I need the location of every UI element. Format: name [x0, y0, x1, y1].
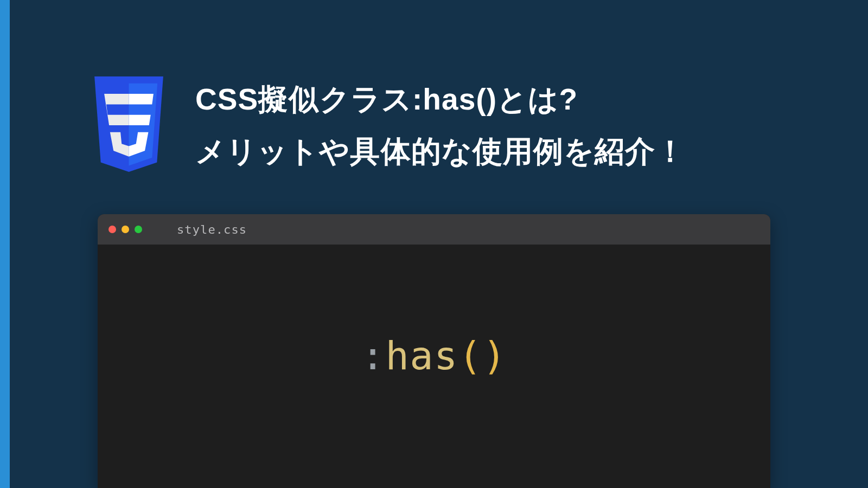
- title-line-1: CSS擬似クラス:has()とは?: [195, 73, 686, 125]
- token-close-paren: ): [483, 333, 507, 378]
- editor-body: :has(): [98, 245, 770, 488]
- title-line-2: メリットや具体的な使用例を紹介！: [195, 125, 686, 177]
- page-header: CSS擬似クラス:has()とは? メリットや具体的な使用例を紹介！: [87, 73, 803, 178]
- token-open-paren: (: [458, 333, 483, 378]
- svg-marker-4: [129, 94, 154, 104]
- editor-filename: style.css: [177, 223, 247, 236]
- code-editor-window: style.css :has(): [98, 214, 770, 488]
- editor-titlebar: style.css: [98, 214, 770, 245]
- accent-bar: [0, 0, 10, 488]
- code-snippet: :has(): [361, 333, 507, 378]
- svg-marker-5: [129, 115, 151, 125]
- token-colon: :: [361, 333, 386, 378]
- zoom-icon[interactable]: [135, 226, 142, 233]
- token-selector-name: has: [385, 333, 458, 378]
- close-icon[interactable]: [108, 226, 116, 233]
- css3-logo-icon: [87, 76, 171, 174]
- window-controls: [108, 226, 142, 233]
- page-title: CSS擬似クラス:has()とは? メリットや具体的な使用例を紹介！: [195, 73, 686, 178]
- minimize-icon[interactable]: [122, 226, 129, 233]
